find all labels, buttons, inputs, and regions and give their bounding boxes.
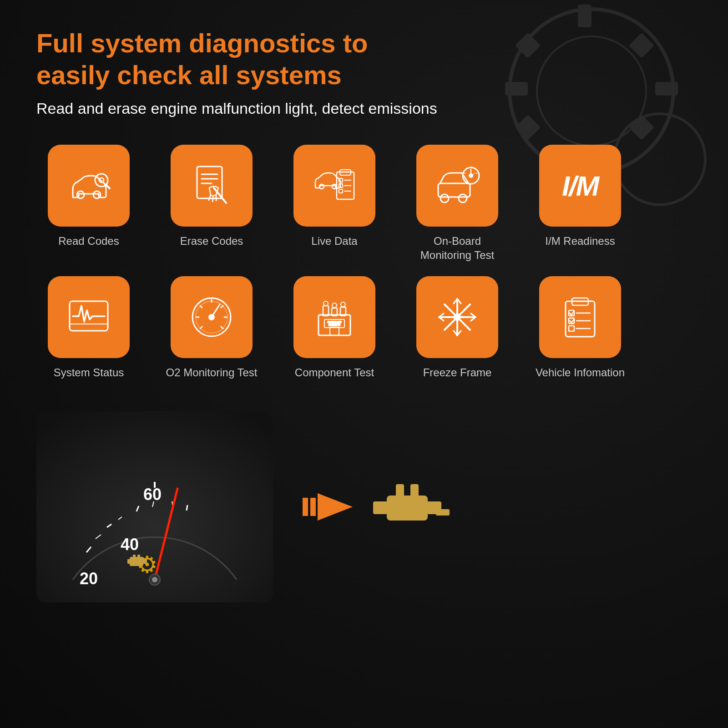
feature-o2-monitoring: O2 Monitoring Test [159,276,264,379]
svg-line-21 [209,195,211,200]
read-codes-icon-box [48,145,130,227]
svg-rect-113 [387,495,428,521]
freeze-frame-icon-box [416,276,498,358]
arrow-engine-section [300,470,692,543]
svg-rect-118 [436,509,450,516]
onboard-monitoring-icon-box [416,145,498,227]
svg-line-53 [200,326,202,329]
live-data-label: Live Data [311,234,357,248]
double-arrow-icon [300,489,355,525]
features-row-2: System Status [36,276,692,379]
svg-rect-114 [373,501,388,514]
svg-rect-110 [303,498,308,516]
freeze-frame-icon [435,294,480,340]
svg-point-60 [324,301,328,306]
feature-vehicle-info: Vehicle Infomation [528,276,632,379]
svg-rect-111 [310,498,316,516]
speedometer-svg: 20 40 60 ⚙ [36,411,273,602]
svg-text:20: 20 [80,569,98,588]
system-status-icon-box [48,276,130,358]
o2-monitoring-label: O2 Monitoring Test [166,365,258,379]
svg-point-78 [455,314,460,320]
features-row-1: Read Codes [36,145,692,262]
erase-codes-label: Erase Codes [180,234,243,248]
component-test-label: Component Test [295,365,374,379]
erase-codes-icon-box [171,145,253,227]
svg-line-50 [221,305,223,308]
engine-warning-large-icon [369,470,460,543]
svg-rect-107 [143,559,147,564]
main-title: Full system diagnostics to easily check … [36,27,446,91]
im-readiness-icon-box: I/M [539,145,621,227]
svg-point-61 [332,303,337,308]
svg-text:60: 60 [143,485,162,504]
svg-text:40: 40 [121,535,139,554]
svg-point-36 [459,194,467,202]
svg-point-42 [470,174,472,177]
o2-monitoring-icon [189,294,234,340]
svg-line-51 [200,305,202,308]
component-test-icon-box: TEST [293,276,375,358]
svg-line-41 [476,173,477,174]
svg-point-62 [341,302,345,307]
im-readiness-text: I/M [562,170,598,202]
system-status-label: System Status [54,365,124,379]
feature-im-readiness: I/M I/M Readiness [528,145,632,262]
o2-monitoring-icon-box [171,276,253,358]
svg-rect-85 [569,326,574,331]
speedometer-card: 20 40 60 ⚙ [36,411,273,602]
main-content: Full system diagnostics to easily check … [0,0,728,621]
system-status-icon [66,294,111,340]
svg-line-97 [187,505,187,511]
vehicle-info-icon-box [539,276,621,358]
bottom-section: 20 40 60 ⚙ [36,411,692,602]
svg-rect-109 [137,555,140,558]
svg-rect-106 [127,559,131,564]
feature-freeze-frame: Freeze Frame [405,276,510,379]
onboard-monitoring-icon [435,163,480,208]
read-codes-label: Read Codes [58,234,119,248]
svg-rect-65 [330,327,339,335]
svg-point-55 [209,315,214,319]
im-readiness-label: I/M Readiness [545,234,615,248]
svg-point-35 [440,194,449,202]
feature-erase-codes: Erase Codes [159,145,264,262]
feature-system-status: System Status [36,276,141,379]
svg-line-40 [465,173,465,174]
vehicle-info-icon [557,294,603,340]
vehicle-info-label: Vehicle Infomation [536,365,625,379]
svg-point-12 [93,191,101,198]
erase-codes-icon [189,163,234,208]
svg-rect-108 [133,555,136,558]
svg-line-22 [212,196,213,202]
main-subtitle: Read and erase engine malfunction light,… [36,100,692,117]
svg-rect-105 [130,557,143,566]
feature-component-test: TEST Component Test [282,276,387,379]
svg-point-25 [332,184,337,189]
svg-marker-112 [318,493,353,521]
svg-line-52 [221,326,223,329]
live-data-icon [312,163,357,208]
feature-live-data: Live Data [282,145,387,262]
onboard-monitoring-label: On-Board Monitoring Test [420,234,494,262]
freeze-frame-label: Freeze Frame [423,365,492,379]
live-data-icon-box [293,145,375,227]
svg-rect-32 [339,189,343,193]
features-grid: Read Codes [36,145,692,379]
svg-text:TEST: TEST [328,321,341,326]
svg-point-11 [77,191,84,198]
feature-read-codes: Read Codes [36,145,141,262]
svg-rect-116 [396,484,404,497]
feature-onboard-monitoring: On-Board Monitoring Test [405,145,510,262]
read-codes-icon [66,163,111,208]
svg-rect-117 [410,484,419,497]
component-test-icon: TEST [312,294,357,340]
